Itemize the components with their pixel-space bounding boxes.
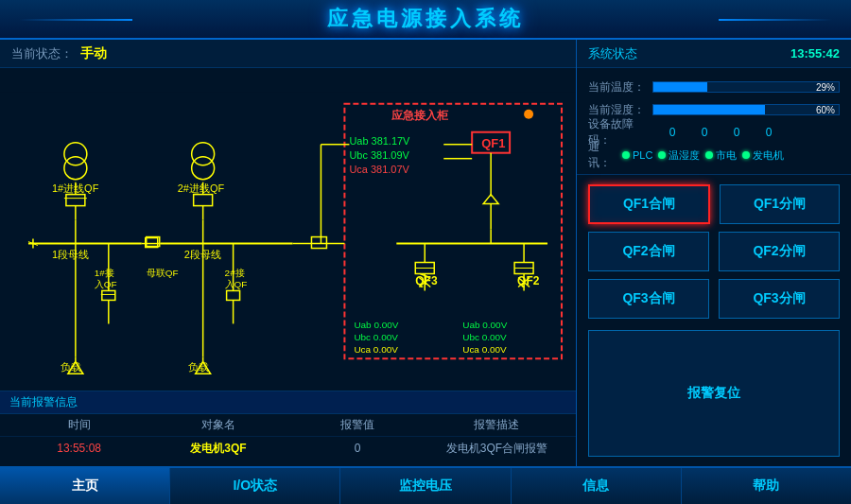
- comm-plc: PLC: [622, 149, 652, 161]
- nav-info[interactable]: 信息: [512, 468, 682, 504]
- col-value: 报警值: [288, 417, 427, 433]
- comm-plc-label: PLC: [633, 149, 652, 161]
- alert-value: 0: [288, 442, 427, 455]
- svg-text:Ubc  0.00V: Ubc 0.00V: [354, 332, 398, 342]
- svg-text:负载: 负载: [188, 361, 209, 373]
- page-title: 应急电源接入系统: [327, 5, 524, 33]
- nav-io[interactable]: I/O状态: [170, 468, 340, 504]
- svg-text:Uca  0.00V: Uca 0.00V: [462, 344, 507, 355]
- status-value: 手动: [80, 45, 107, 62]
- humidity-bar: 60%: [652, 104, 840, 115]
- svg-text:1段母线: 1段母线: [52, 249, 89, 260]
- left-panel: 当前状态： 手动 1#进线QF: [0, 40, 577, 466]
- comm-grid-label: 市电: [716, 148, 737, 163]
- col-desc: 报警描述: [427, 417, 566, 433]
- svg-text:1#接: 1#接: [95, 268, 114, 278]
- alert-panel: 当前报警信息 时间 对象名 报警值 报警描述 13:55:08 发电机3QF 0…: [0, 391, 576, 466]
- humidity-fill: [653, 105, 765, 114]
- alert-time: 13:55:08: [9, 442, 148, 455]
- fault-code-3: 0: [755, 126, 783, 139]
- temperature-value: 29%: [816, 82, 835, 93]
- svg-text:Uab  381.17V: Uab 381.17V: [349, 135, 410, 147]
- comm-gen-dot: [742, 151, 750, 159]
- qf3-open-button[interactable]: QF3分闸: [719, 279, 840, 319]
- fault-code-1: 0: [690, 126, 719, 139]
- right-panel: 系统状态 13:55:42 当前温度： 29% 当前湿度： 60%: [577, 40, 851, 466]
- header-decor-left: [19, 19, 132, 21]
- svg-text:Ubc  381.09V: Ubc 381.09V: [349, 149, 409, 161]
- header-decor-right: [719, 19, 832, 21]
- temperature-fill: [653, 82, 707, 92]
- svg-text:应急接入柜: 应急接入柜: [391, 109, 449, 122]
- alert-title: 当前报警信息: [9, 394, 78, 410]
- schematic-area: 1#进线QF 2#进线QF 1段母线 2段母线: [0, 68, 576, 466]
- comm-grid: 市电: [705, 148, 737, 163]
- humidity-value: 60%: [816, 105, 835, 115]
- footer-nav: 主页 I/O状态 监控电压 信息 帮助: [0, 466, 851, 504]
- alert-object: 发电机3QF: [148, 441, 287, 457]
- qf1-row: QF1合闸 QF1分闸: [588, 184, 840, 224]
- svg-text:QF1: QF1: [481, 136, 505, 150]
- svg-text:入QF: 入QF: [95, 279, 117, 289]
- svg-text:母联QF: 母联QF: [147, 268, 179, 278]
- alert-desc: 发电机3QF合闸报警: [427, 441, 566, 457]
- comm-humidity: 温湿度: [658, 148, 700, 163]
- fault-row: 设备故障码： 0 0 0 0: [588, 121, 840, 144]
- qf3-row: QF3合闸 QF3分闸: [588, 279, 840, 319]
- comm-gen-label: 发电机: [753, 148, 784, 163]
- comm-humidity-label: 温湿度: [669, 148, 700, 163]
- comm-humidity-dot: [658, 151, 666, 159]
- qf1-close-button[interactable]: QF1合闸: [588, 184, 710, 224]
- main-container: 当前状态： 手动 1#进线QF: [0, 40, 851, 466]
- alert-row: 13:55:08 发电机3QF 0 发电机3QF合闸报警: [0, 437, 576, 460]
- report-reset-button[interactable]: 报警复位: [588, 330, 840, 457]
- qf2-close-button[interactable]: QF2合闸: [588, 232, 709, 271]
- header: 应急电源接入系统: [0, 0, 851, 40]
- comm-label: 通 讯：: [588, 139, 617, 171]
- system-status-title: 系统状态: [588, 45, 637, 62]
- temperature-bar: 29%: [652, 81, 840, 93]
- status-bar: 当前状态： 手动: [0, 40, 576, 68]
- qf1-open-button[interactable]: QF1分闸: [720, 184, 840, 224]
- temperature-row: 当前温度： 29%: [588, 76, 840, 98]
- system-time: 13:55:42: [790, 46, 840, 61]
- svg-text:Uab  0.00V: Uab 0.00V: [354, 320, 398, 330]
- status-rows: 当前温度： 29% 当前湿度： 60% 设备故障码： 0 0 0: [577, 68, 851, 175]
- qf3-close-button[interactable]: QF3合闸: [588, 279, 709, 319]
- svg-text:Uca  0.00V: Uca 0.00V: [354, 344, 398, 355]
- fault-code-0: 0: [658, 126, 686, 139]
- qf2-open-button[interactable]: QF2分闸: [719, 232, 840, 271]
- comm-gen: 发电机: [742, 148, 784, 163]
- fault-code-2: 0: [722, 126, 751, 139]
- svg-text:负载: 负载: [61, 361, 81, 373]
- humidity-label: 当前湿度：: [588, 102, 645, 118]
- svg-text:入QF: 入QF: [225, 279, 248, 289]
- col-object: 对象名: [148, 417, 287, 433]
- alert-columns: 时间 对象名 报警值 报警描述: [0, 414, 576, 437]
- svg-text:2#进线QF: 2#进线QF: [178, 182, 225, 194]
- col-time: 时间: [9, 417, 148, 433]
- svg-text:2#接: 2#接: [225, 268, 245, 278]
- comm-plc-dot: [622, 151, 630, 159]
- buttons-area: QF1合闸 QF1分闸 QF2合闸 QF2分闸 QF3合闸 QF3分闸 报警复位: [577, 175, 851, 466]
- temperature-label: 当前温度：: [588, 79, 645, 96]
- qf2-row: QF2合闸 QF2分闸: [588, 232, 840, 271]
- system-status-header: 系统状态 13:55:42: [577, 40, 851, 68]
- nav-home[interactable]: 主页: [0, 468, 170, 504]
- nav-help[interactable]: 帮助: [682, 468, 851, 504]
- comm-grid-dot: [705, 151, 713, 159]
- nav-voltage[interactable]: 监控电压: [340, 468, 511, 504]
- svg-point-48: [524, 110, 533, 119]
- svg-text:Uab  0.00V: Uab 0.00V: [462, 320, 507, 330]
- svg-text:Uca  381.07V: Uca 381.07V: [349, 164, 409, 175]
- status-label: 当前状态：: [11, 45, 73, 62]
- svg-text:Ubc  0.00V: Ubc 0.00V: [462, 332, 507, 342]
- alert-header: 当前报警信息: [0, 391, 576, 414]
